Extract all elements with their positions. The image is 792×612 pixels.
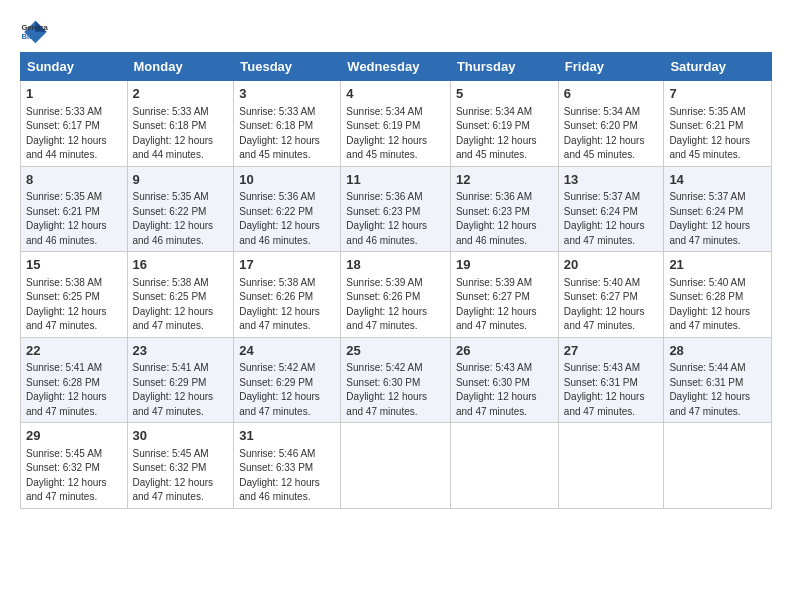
calendar-cell [558,423,664,509]
day-number: 28 [669,342,766,360]
logo-icon: General Blue [20,18,48,46]
day-number: 23 [133,342,229,360]
calendar-cell: 7Sunrise: 5:35 AM Sunset: 6:21 PM Daylig… [664,81,772,167]
calendar-header-friday: Friday [558,53,664,81]
day-info: Sunrise: 5:39 AM Sunset: 6:26 PM Dayligh… [346,277,427,332]
day-info: Sunrise: 5:34 AM Sunset: 6:19 PM Dayligh… [346,106,427,161]
day-info: Sunrise: 5:43 AM Sunset: 6:30 PM Dayligh… [456,362,537,417]
calendar-header-wednesday: Wednesday [341,53,451,81]
day-number: 12 [456,171,553,189]
header: General Blue [20,18,772,46]
calendar-header-row: SundayMondayTuesdayWednesdayThursdayFrid… [21,53,772,81]
day-info: Sunrise: 5:35 AM Sunset: 6:22 PM Dayligh… [133,191,214,246]
calendar-cell: 16Sunrise: 5:38 AM Sunset: 6:25 PM Dayli… [127,252,234,338]
calendar-header-tuesday: Tuesday [234,53,341,81]
day-info: Sunrise: 5:33 AM Sunset: 6:18 PM Dayligh… [239,106,320,161]
calendar: SundayMondayTuesdayWednesdayThursdayFrid… [20,52,772,509]
day-number: 4 [346,85,445,103]
day-number: 19 [456,256,553,274]
day-number: 26 [456,342,553,360]
calendar-cell: 21Sunrise: 5:40 AM Sunset: 6:28 PM Dayli… [664,252,772,338]
day-number: 5 [456,85,553,103]
day-number: 20 [564,256,659,274]
calendar-cell: 12Sunrise: 5:36 AM Sunset: 6:23 PM Dayli… [450,166,558,252]
day-info: Sunrise: 5:43 AM Sunset: 6:31 PM Dayligh… [564,362,645,417]
day-number: 31 [239,427,335,445]
calendar-cell: 31Sunrise: 5:46 AM Sunset: 6:33 PM Dayli… [234,423,341,509]
day-number: 11 [346,171,445,189]
calendar-cell: 18Sunrise: 5:39 AM Sunset: 6:26 PM Dayli… [341,252,451,338]
calendar-cell: 6Sunrise: 5:34 AM Sunset: 6:20 PM Daylig… [558,81,664,167]
calendar-header-monday: Monday [127,53,234,81]
calendar-header-sunday: Sunday [21,53,128,81]
day-info: Sunrise: 5:45 AM Sunset: 6:32 PM Dayligh… [26,448,107,503]
logo: General Blue [20,18,52,46]
calendar-week-1: 1Sunrise: 5:33 AM Sunset: 6:17 PM Daylig… [21,81,772,167]
day-info: Sunrise: 5:34 AM Sunset: 6:20 PM Dayligh… [564,106,645,161]
day-number: 13 [564,171,659,189]
day-number: 10 [239,171,335,189]
day-info: Sunrise: 5:44 AM Sunset: 6:31 PM Dayligh… [669,362,750,417]
day-info: Sunrise: 5:38 AM Sunset: 6:25 PM Dayligh… [133,277,214,332]
day-info: Sunrise: 5:36 AM Sunset: 6:23 PM Dayligh… [346,191,427,246]
day-info: Sunrise: 5:41 AM Sunset: 6:29 PM Dayligh… [133,362,214,417]
day-info: Sunrise: 5:45 AM Sunset: 6:32 PM Dayligh… [133,448,214,503]
day-number: 16 [133,256,229,274]
day-number: 18 [346,256,445,274]
day-info: Sunrise: 5:35 AM Sunset: 6:21 PM Dayligh… [26,191,107,246]
day-info: Sunrise: 5:42 AM Sunset: 6:29 PM Dayligh… [239,362,320,417]
day-info: Sunrise: 5:36 AM Sunset: 6:22 PM Dayligh… [239,191,320,246]
day-number: 22 [26,342,122,360]
day-number: 15 [26,256,122,274]
calendar-header-saturday: Saturday [664,53,772,81]
calendar-cell: 10Sunrise: 5:36 AM Sunset: 6:22 PM Dayli… [234,166,341,252]
calendar-cell: 17Sunrise: 5:38 AM Sunset: 6:26 PM Dayli… [234,252,341,338]
day-number: 14 [669,171,766,189]
calendar-cell: 2Sunrise: 5:33 AM Sunset: 6:18 PM Daylig… [127,81,234,167]
day-number: 2 [133,85,229,103]
day-info: Sunrise: 5:37 AM Sunset: 6:24 PM Dayligh… [669,191,750,246]
day-number: 7 [669,85,766,103]
day-number: 27 [564,342,659,360]
day-info: Sunrise: 5:33 AM Sunset: 6:18 PM Dayligh… [133,106,214,161]
day-number: 6 [564,85,659,103]
day-info: Sunrise: 5:34 AM Sunset: 6:19 PM Dayligh… [456,106,537,161]
day-info: Sunrise: 5:40 AM Sunset: 6:27 PM Dayligh… [564,277,645,332]
calendar-header-thursday: Thursday [450,53,558,81]
calendar-cell: 15Sunrise: 5:38 AM Sunset: 6:25 PM Dayli… [21,252,128,338]
day-number: 24 [239,342,335,360]
day-number: 30 [133,427,229,445]
calendar-cell: 25Sunrise: 5:42 AM Sunset: 6:30 PM Dayli… [341,337,451,423]
calendar-cell: 28Sunrise: 5:44 AM Sunset: 6:31 PM Dayli… [664,337,772,423]
day-info: Sunrise: 5:38 AM Sunset: 6:26 PM Dayligh… [239,277,320,332]
day-info: Sunrise: 5:42 AM Sunset: 6:30 PM Dayligh… [346,362,427,417]
calendar-cell: 14Sunrise: 5:37 AM Sunset: 6:24 PM Dayli… [664,166,772,252]
day-number: 9 [133,171,229,189]
calendar-cell: 26Sunrise: 5:43 AM Sunset: 6:30 PM Dayli… [450,337,558,423]
day-info: Sunrise: 5:46 AM Sunset: 6:33 PM Dayligh… [239,448,320,503]
calendar-cell [450,423,558,509]
calendar-cell [341,423,451,509]
calendar-cell: 29Sunrise: 5:45 AM Sunset: 6:32 PM Dayli… [21,423,128,509]
calendar-cell: 19Sunrise: 5:39 AM Sunset: 6:27 PM Dayli… [450,252,558,338]
day-info: Sunrise: 5:33 AM Sunset: 6:17 PM Dayligh… [26,106,107,161]
calendar-cell: 22Sunrise: 5:41 AM Sunset: 6:28 PM Dayli… [21,337,128,423]
calendar-cell [664,423,772,509]
calendar-cell: 5Sunrise: 5:34 AM Sunset: 6:19 PM Daylig… [450,81,558,167]
calendar-week-5: 29Sunrise: 5:45 AM Sunset: 6:32 PM Dayli… [21,423,772,509]
calendar-cell: 1Sunrise: 5:33 AM Sunset: 6:17 PM Daylig… [21,81,128,167]
day-number: 8 [26,171,122,189]
day-info: Sunrise: 5:36 AM Sunset: 6:23 PM Dayligh… [456,191,537,246]
calendar-cell: 8Sunrise: 5:35 AM Sunset: 6:21 PM Daylig… [21,166,128,252]
day-info: Sunrise: 5:41 AM Sunset: 6:28 PM Dayligh… [26,362,107,417]
calendar-cell: 20Sunrise: 5:40 AM Sunset: 6:27 PM Dayli… [558,252,664,338]
calendar-cell: 3Sunrise: 5:33 AM Sunset: 6:18 PM Daylig… [234,81,341,167]
day-info: Sunrise: 5:40 AM Sunset: 6:28 PM Dayligh… [669,277,750,332]
calendar-cell: 9Sunrise: 5:35 AM Sunset: 6:22 PM Daylig… [127,166,234,252]
calendar-cell: 23Sunrise: 5:41 AM Sunset: 6:29 PM Dayli… [127,337,234,423]
calendar-week-4: 22Sunrise: 5:41 AM Sunset: 6:28 PM Dayli… [21,337,772,423]
day-number: 17 [239,256,335,274]
calendar-cell: 30Sunrise: 5:45 AM Sunset: 6:32 PM Dayli… [127,423,234,509]
svg-text:General: General [21,23,48,32]
day-number: 3 [239,85,335,103]
